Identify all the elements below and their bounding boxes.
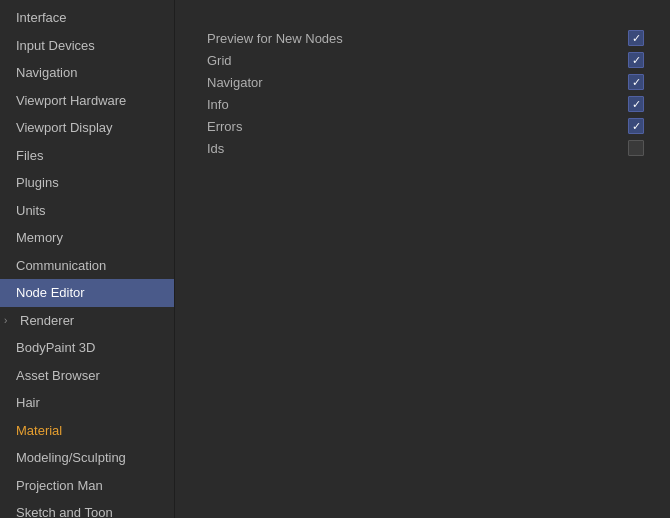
option-row-navigator: Navigator✓ xyxy=(195,74,650,90)
sidebar-item-hair[interactable]: Hair xyxy=(0,389,174,417)
sidebar-item-communication[interactable]: Communication xyxy=(0,252,174,280)
main-content: Preview for New Nodes✓Grid✓Navigator✓Inf… xyxy=(175,0,670,518)
option-label-info: Info xyxy=(207,97,622,112)
chevron-right-icon: › xyxy=(4,313,16,328)
option-row-errors: Errors✓ xyxy=(195,118,650,134)
sidebar-item-label: Memory xyxy=(16,228,63,248)
checkbox-info[interactable]: ✓ xyxy=(628,96,644,112)
sidebar-item-label: Viewport Hardware xyxy=(16,91,126,111)
checkbox-ids[interactable] xyxy=(628,140,644,156)
sidebar-item-label: Input Devices xyxy=(16,36,95,56)
sidebar-item-asset-browser[interactable]: Asset Browser xyxy=(0,362,174,390)
sidebar-item-label: Communication xyxy=(16,256,106,276)
checkbox-wrapper-preview-for-new-nodes: ✓ xyxy=(622,30,650,46)
checkbox-preview-for-new-nodes[interactable]: ✓ xyxy=(628,30,644,46)
sidebar-item-modeling-sculpting[interactable]: Modeling/Sculpting xyxy=(0,444,174,472)
checkbox-navigator[interactable]: ✓ xyxy=(628,74,644,90)
sidebar-item-viewport-display[interactable]: Viewport Display xyxy=(0,114,174,142)
sidebar-item-label: Sketch and Toon xyxy=(16,503,113,518)
sidebar-item-label: Material xyxy=(16,421,62,441)
sidebar-item-label: Viewport Display xyxy=(16,118,113,138)
checkbox-wrapper-info: ✓ xyxy=(622,96,650,112)
options-list: Preview for New Nodes✓Grid✓Navigator✓Inf… xyxy=(195,30,650,156)
option-label-errors: Errors xyxy=(207,119,622,134)
sidebar-item-renderer[interactable]: ›Renderer xyxy=(0,307,174,335)
checkmark-icon: ✓ xyxy=(632,33,641,44)
checkbox-errors[interactable]: ✓ xyxy=(628,118,644,134)
sidebar-item-label: Navigation xyxy=(16,63,77,83)
sidebar-item-input-devices[interactable]: Input Devices xyxy=(0,32,174,60)
option-row-ids: Ids xyxy=(195,140,650,156)
option-label-preview-for-new-nodes: Preview for New Nodes xyxy=(207,31,622,46)
checkmark-icon: ✓ xyxy=(632,99,641,110)
sidebar-item-material[interactable]: Material xyxy=(0,417,174,445)
checkbox-wrapper-grid: ✓ xyxy=(622,52,650,68)
checkbox-wrapper-ids xyxy=(622,140,650,156)
checkbox-wrapper-errors: ✓ xyxy=(622,118,650,134)
sidebar-item-label: Node Editor xyxy=(16,283,85,303)
option-label-navigator: Navigator xyxy=(207,75,622,90)
sidebar-item-units[interactable]: Units xyxy=(0,197,174,225)
sidebar-item-projection-man[interactable]: Projection Man xyxy=(0,472,174,500)
sidebar: InterfaceInput DevicesNavigationViewport… xyxy=(0,0,175,518)
sidebar-item-files[interactable]: Files xyxy=(0,142,174,170)
sidebar-item-bodypaint-3d[interactable]: BodyPaint 3D xyxy=(0,334,174,362)
option-row-info: Info✓ xyxy=(195,96,650,112)
sidebar-item-memory[interactable]: Memory xyxy=(0,224,174,252)
sidebar-item-interface[interactable]: Interface xyxy=(0,4,174,32)
sidebar-item-label: Modeling/Sculpting xyxy=(16,448,126,468)
sidebar-item-sketch-and-toon[interactable]: Sketch and Toon xyxy=(0,499,174,518)
checkbox-grid[interactable]: ✓ xyxy=(628,52,644,68)
sidebar-item-label: BodyPaint 3D xyxy=(16,338,96,358)
sidebar-item-label: Plugins xyxy=(16,173,59,193)
option-row-preview-for-new-nodes: Preview for New Nodes✓ xyxy=(195,30,650,46)
checkmark-icon: ✓ xyxy=(632,77,641,88)
sidebar-item-label: Projection Man xyxy=(16,476,103,496)
option-row-grid: Grid✓ xyxy=(195,52,650,68)
sidebar-item-label: Units xyxy=(16,201,46,221)
sidebar-item-label: Hair xyxy=(16,393,40,413)
checkmark-icon: ✓ xyxy=(632,55,641,66)
sidebar-item-label: Renderer xyxy=(20,311,74,331)
option-label-grid: Grid xyxy=(207,53,622,68)
sidebar-item-navigation[interactable]: Navigation xyxy=(0,59,174,87)
sidebar-item-label: Files xyxy=(16,146,43,166)
option-label-ids: Ids xyxy=(207,141,622,156)
sidebar-item-plugins[interactable]: Plugins xyxy=(0,169,174,197)
sidebar-item-label: Interface xyxy=(16,8,67,28)
sidebar-item-viewport-hardware[interactable]: Viewport Hardware xyxy=(0,87,174,115)
sidebar-item-node-editor[interactable]: Node Editor xyxy=(0,279,174,307)
checkbox-wrapper-navigator: ✓ xyxy=(622,74,650,90)
checkmark-icon: ✓ xyxy=(632,121,641,132)
sidebar-item-label: Asset Browser xyxy=(16,366,100,386)
